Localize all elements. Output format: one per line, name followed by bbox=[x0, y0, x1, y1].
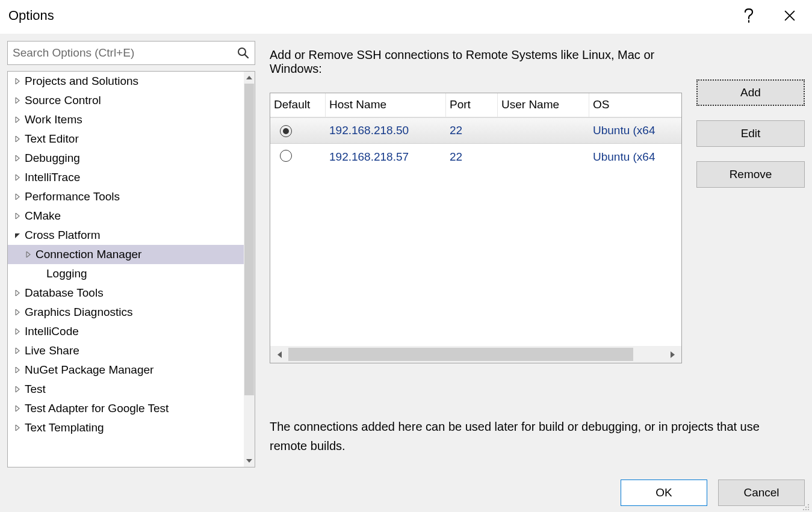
tree-item[interactable]: Test bbox=[8, 380, 244, 399]
tree-item-label: Connection Manager bbox=[36, 248, 141, 261]
tree-item[interactable]: Debugging bbox=[8, 149, 244, 168]
tree-scrollbar[interactable] bbox=[244, 72, 255, 467]
chevron-right-icon[interactable] bbox=[13, 194, 22, 200]
svg-point-5 bbox=[805, 509, 807, 510]
sidebar: Projects and SolutionsSource ControlWork… bbox=[7, 41, 255, 467]
scroll-right-arrow-icon[interactable] bbox=[663, 346, 681, 363]
options-tree[interactable]: Projects and SolutionsSource ControlWork… bbox=[8, 72, 244, 467]
edit-button[interactable]: Edit bbox=[696, 120, 805, 147]
connections-section: Add or Remove SSH connections to Remote … bbox=[270, 48, 682, 394]
hscroll-thumb[interactable] bbox=[288, 348, 633, 361]
tree-item[interactable]: Live Share bbox=[8, 341, 244, 360]
resize-grip-icon[interactable] bbox=[801, 501, 811, 511]
tree-item-label: Text Editor bbox=[25, 132, 79, 146]
add-button[interactable]: Add bbox=[696, 79, 805, 106]
tree-item[interactable]: Projects and Solutions bbox=[8, 72, 244, 91]
chevron-right-icon[interactable] bbox=[13, 117, 22, 123]
chevron-right-icon[interactable] bbox=[13, 309, 22, 315]
tree-item[interactable]: Cross Platform bbox=[8, 226, 244, 245]
col-os[interactable]: OS bbox=[589, 93, 681, 117]
action-buttons: Add Edit Remove bbox=[696, 48, 805, 394]
cell-port: 22 bbox=[446, 150, 498, 164]
default-radio[interactable] bbox=[280, 150, 292, 162]
hscroll-track[interactable] bbox=[288, 346, 663, 363]
chevron-right-icon[interactable] bbox=[13, 213, 22, 219]
col-user[interactable]: User Name bbox=[498, 93, 589, 117]
tree-item-label: Cross Platform bbox=[25, 229, 101, 242]
scroll-up-arrow-icon[interactable] bbox=[244, 72, 255, 84]
ok-button[interactable]: OK bbox=[621, 480, 707, 506]
tree-item[interactable]: Text Templating bbox=[8, 418, 244, 437]
help-icon bbox=[744, 8, 754, 23]
col-port[interactable]: Port bbox=[446, 93, 498, 117]
default-radio[interactable] bbox=[280, 125, 292, 137]
remove-button[interactable]: Remove bbox=[696, 161, 805, 188]
table-hscrollbar[interactable] bbox=[270, 346, 681, 363]
chevron-right-icon[interactable] bbox=[13, 97, 22, 103]
tree-item-label: Performance Tools bbox=[25, 190, 120, 203]
cell-default[interactable] bbox=[270, 150, 326, 165]
tree-item[interactable]: CMake bbox=[8, 206, 244, 226]
tree-item[interactable]: Graphics Diagnostics bbox=[8, 303, 244, 322]
connections-table: Default Host Name Port User Name OS 192.… bbox=[270, 93, 682, 363]
chevron-right-icon[interactable] bbox=[13, 136, 22, 142]
scroll-thumb[interactable] bbox=[244, 84, 254, 395]
chevron-right-icon[interactable] bbox=[13, 328, 22, 335]
titlebar: Options bbox=[0, 0, 812, 34]
chevron-right-icon[interactable] bbox=[13, 348, 22, 354]
tree-item[interactable]: Logging bbox=[8, 264, 244, 283]
tree-item[interactable]: NuGet Package Manager bbox=[8, 360, 244, 380]
search-box[interactable] bbox=[7, 41, 255, 65]
cell-port: 22 bbox=[446, 124, 498, 137]
options-tree-container: Projects and SolutionsSource ControlWork… bbox=[7, 71, 255, 467]
options-dialog: Options Projects and SolutionsSource Con… bbox=[0, 0, 812, 512]
tree-item-label: Live Share bbox=[25, 344, 79, 357]
table-body: 192.168.218.5022Ubuntu (x64192.168.218.5… bbox=[270, 117, 681, 346]
cell-os: Ubuntu (x64 bbox=[589, 150, 681, 164]
tree-item[interactable]: Test Adapter for Google Test bbox=[8, 399, 244, 418]
scroll-down-arrow-icon[interactable] bbox=[244, 455, 255, 467]
chevron-right-icon[interactable] bbox=[23, 251, 33, 258]
chevron-right-icon[interactable] bbox=[13, 78, 22, 84]
tree-item-label: IntelliCode bbox=[25, 325, 79, 338]
search-input[interactable] bbox=[13, 46, 237, 60]
cancel-button[interactable]: Cancel bbox=[718, 480, 805, 506]
section-note: The connections added here can be used l… bbox=[270, 417, 763, 455]
tree-item[interactable]: Performance Tools bbox=[8, 187, 244, 206]
cell-default[interactable] bbox=[270, 124, 326, 137]
table-row[interactable]: 192.168.218.5022Ubuntu (x64 bbox=[270, 117, 681, 144]
tree-item-label: Text Templating bbox=[25, 421, 104, 434]
tree-item-label: IntelliTrace bbox=[25, 171, 80, 184]
tree-item-label: NuGet Package Manager bbox=[25, 363, 153, 377]
tree-item-label: Database Tools bbox=[25, 286, 104, 300]
tree-item-label: Debugging bbox=[25, 152, 80, 165]
col-default[interactable]: Default bbox=[270, 93, 326, 117]
scroll-left-arrow-icon[interactable] bbox=[270, 346, 288, 363]
chevron-right-icon[interactable] bbox=[13, 386, 22, 392]
tree-item-label: Test Adapter for Google Test bbox=[25, 402, 169, 415]
col-host[interactable]: Host Name bbox=[326, 93, 446, 117]
scroll-track[interactable] bbox=[244, 84, 255, 455]
close-button[interactable] bbox=[776, 5, 804, 26]
tree-item[interactable]: IntelliCode bbox=[8, 322, 244, 341]
main-panel: Add or Remove SSH connections to Remote … bbox=[270, 41, 805, 467]
table-row[interactable]: 192.168.218.5722Ubuntu (x64 bbox=[270, 144, 681, 170]
search-icon bbox=[237, 46, 250, 60]
tree-item[interactable]: Text Editor bbox=[8, 129, 244, 149]
chevron-right-icon[interactable] bbox=[13, 155, 22, 161]
tree-item[interactable]: IntelliTrace bbox=[8, 168, 244, 187]
chevron-down-icon[interactable] bbox=[13, 232, 22, 238]
tree-item[interactable]: Database Tools bbox=[8, 283, 244, 303]
main-top: Add or Remove SSH connections to Remote … bbox=[270, 48, 805, 394]
help-button[interactable] bbox=[735, 5, 763, 26]
tree-item[interactable]: Source Control bbox=[8, 91, 244, 110]
chevron-right-icon[interactable] bbox=[13, 406, 22, 412]
tree-item[interactable]: Connection Manager bbox=[8, 245, 244, 264]
chevron-right-icon[interactable] bbox=[13, 367, 22, 373]
chevron-right-icon[interactable] bbox=[13, 290, 22, 296]
tree-item-label: Projects and Solutions bbox=[25, 75, 138, 88]
content-area: Projects and SolutionsSource ControlWork… bbox=[0, 34, 812, 467]
chevron-right-icon[interactable] bbox=[13, 174, 22, 180]
tree-item[interactable]: Work Items bbox=[8, 110, 244, 129]
chevron-right-icon[interactable] bbox=[13, 425, 22, 431]
